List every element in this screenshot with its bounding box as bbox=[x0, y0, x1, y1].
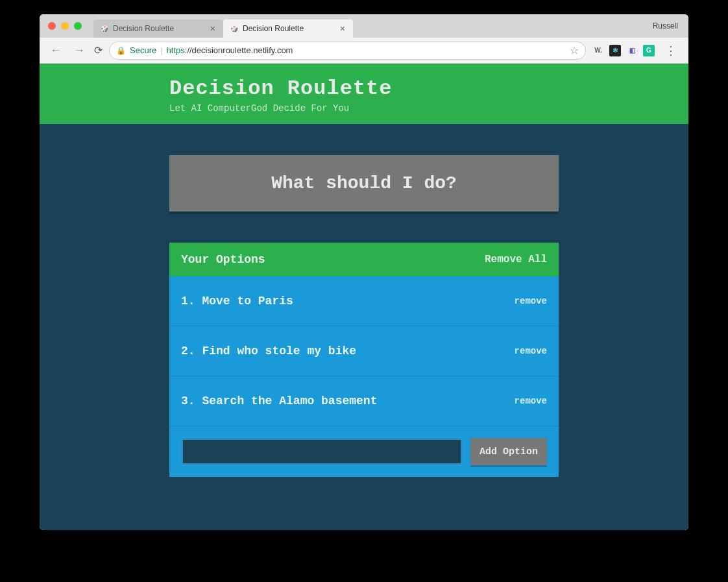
option-text: 1. Move to Paris bbox=[181, 295, 293, 308]
option-text: 2. Find who stole my bike bbox=[181, 345, 356, 358]
reload-button[interactable]: ⟳ bbox=[94, 44, 103, 56]
react-devtools-extension-icon[interactable]: ⚛ bbox=[609, 45, 621, 56]
tab-title: Decision Roulette bbox=[113, 24, 205, 33]
options-list: 1. Move to Parisremove2. Find who stole … bbox=[169, 276, 559, 426]
favicon-icon: 🎲 bbox=[100, 24, 109, 33]
menu-button[interactable]: ⋮ bbox=[661, 43, 681, 58]
url-bar[interactable]: 🔒 Secure | https://decisionroulette.netl… bbox=[109, 42, 586, 60]
tab-bar: 🎲Decision Roulette×🎲Decision Roulette× R… bbox=[40, 14, 688, 38]
options-panel: Your Options Remove All 1. Move to Paris… bbox=[169, 243, 559, 477]
extension-icons: W.⚛◧G bbox=[592, 45, 655, 56]
tabs-container: 🎲Decision Roulette×🎲Decision Roulette× bbox=[93, 14, 353, 38]
remove-all-button[interactable]: Remove All bbox=[485, 254, 547, 265]
add-option-input[interactable] bbox=[181, 438, 463, 465]
redux-devtools-extension-icon[interactable]: ◧ bbox=[626, 45, 638, 56]
maximize-window-button[interactable] bbox=[74, 22, 82, 30]
app-subtitle: Let AI ComputerGod Decide For You bbox=[169, 103, 559, 114]
address-bar: ← → ⟳ 🔒 Secure | https://decisionroulett… bbox=[40, 38, 688, 64]
traffic-lights bbox=[45, 22, 88, 30]
wappalyzer-extension-icon[interactable]: W. bbox=[592, 45, 604, 56]
remove-option-button[interactable]: remove bbox=[515, 396, 547, 406]
grammarly-extension-icon[interactable]: G bbox=[643, 45, 655, 56]
options-header: Your Options Remove All bbox=[169, 243, 559, 276]
page-viewport: Decision Roulette Let AI ComputerGod Dec… bbox=[40, 64, 688, 530]
remove-option-button[interactable]: remove bbox=[515, 346, 547, 356]
back-button[interactable]: ← bbox=[47, 43, 64, 57]
browser-window: 🎲Decision Roulette×🎲Decision Roulette× R… bbox=[40, 14, 688, 530]
tab-close-button[interactable]: × bbox=[339, 23, 346, 34]
tab-close-button[interactable]: × bbox=[209, 23, 217, 34]
bookmark-star-icon[interactable]: ☆ bbox=[570, 44, 579, 56]
secure-label: Secure bbox=[130, 45, 156, 55]
lock-icon: 🔒 bbox=[116, 46, 126, 55]
favicon-icon: 🎲 bbox=[230, 24, 239, 33]
add-option-form: Add Option bbox=[169, 426, 559, 477]
forward-button[interactable]: → bbox=[71, 43, 88, 57]
option-row: 2. Find who stole my bikeremove bbox=[169, 326, 559, 376]
browser-tab[interactable]: 🎲Decision Roulette× bbox=[93, 19, 223, 38]
options-title: Your Options bbox=[181, 253, 265, 266]
option-row: 1. Move to Parisremove bbox=[169, 276, 559, 326]
option-text: 3. Search the Alamo basement bbox=[181, 394, 377, 407]
decide-button[interactable]: What should I do? bbox=[169, 155, 559, 212]
app-title: Decision Roulette bbox=[169, 77, 559, 101]
close-window-button[interactable] bbox=[48, 22, 56, 30]
profile-name[interactable]: Russell bbox=[653, 21, 683, 30]
tab-title: Decision Roulette bbox=[243, 24, 335, 33]
url-text: https://decisionroulette.netlify.com bbox=[167, 45, 293, 55]
remove-option-button[interactable]: remove bbox=[515, 296, 547, 306]
browser-tab[interactable]: 🎲Decision Roulette× bbox=[223, 19, 353, 38]
option-row: 3. Search the Alamo basementremove bbox=[169, 376, 559, 426]
add-option-button[interactable]: Add Option bbox=[470, 438, 547, 465]
minimize-window-button[interactable] bbox=[61, 22, 69, 30]
app-header: Decision Roulette Let AI ComputerGod Dec… bbox=[40, 64, 688, 124]
